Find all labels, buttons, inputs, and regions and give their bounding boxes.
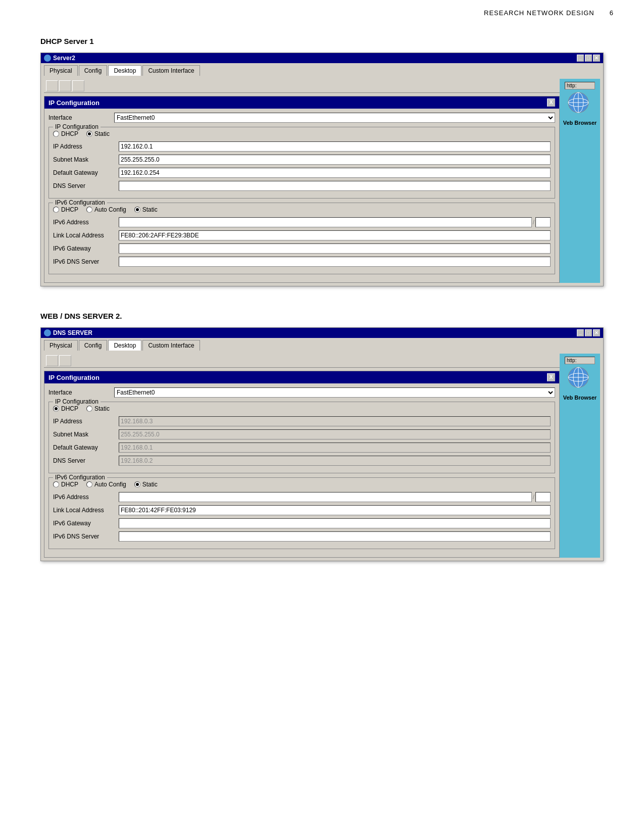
dns-dhcp-label: DHCP	[61, 405, 78, 412]
ip-dialog-close-button[interactable]: X	[547, 99, 555, 107]
dns-static-radio-circle[interactable]	[86, 406, 92, 412]
dns-titlebar-left: DNS SERVER	[44, 329, 92, 336]
dns-link-local-label: Link Local Address	[53, 507, 119, 514]
toolbar-strip	[44, 79, 560, 93]
dns-ipv6-auto-radio[interactable]: Auto Config	[86, 481, 126, 488]
static-radio-circle[interactable]	[86, 131, 92, 137]
ipv6-static-label: Static	[142, 206, 158, 213]
dns-maximize-button[interactable]: □	[585, 329, 592, 336]
ip-dialog-body: Interface FastEthernet0 IP Configuration	[44, 109, 559, 282]
dns-ipv6-static-radio[interactable]: Static	[134, 481, 158, 488]
ipv6-static-radio[interactable]: Static	[134, 206, 158, 213]
dns-tab-physical[interactable]: Physical	[44, 340, 78, 351]
dns-ip-dialog-body: Interface FastEthernet0 IP Configuration	[44, 383, 559, 557]
dns-server-body: IP Configuration X Interface FastEtherne…	[41, 351, 603, 561]
dns-ipv6-auto-radio-circle[interactable]	[86, 481, 92, 487]
dns-static-radio[interactable]: Static	[86, 405, 110, 412]
section2-title: WEB / DNS SERVER 2.	[40, 312, 604, 320]
dns-server-input[interactable]	[119, 181, 551, 191]
ipv6-static-radio-circle[interactable]	[134, 207, 140, 213]
interface-select[interactable]: FastEthernet0	[114, 113, 555, 123]
dns-titlebar-controls[interactable]: _ □ ✕	[577, 329, 600, 336]
dns-ipv6-dhcp-radio-circle[interactable]	[53, 481, 59, 487]
dhcp-radio-circle[interactable]	[53, 131, 59, 137]
close-button[interactable]: ✕	[593, 55, 600, 62]
dns-browser-label[interactable]: Veb Browser	[563, 395, 597, 401]
interface-row: Interface FastEthernet0	[48, 113, 555, 123]
dns-static-label: Static	[94, 405, 110, 412]
maximize-button[interactable]: □	[585, 55, 592, 62]
browser-label[interactable]: Veb Browser	[563, 120, 597, 126]
dns-right-panel: http: Veb Browser	[560, 354, 600, 558]
tab-desktop[interactable]: Desktop	[108, 65, 141, 76]
dns-dhcp-radio[interactable]: DHCP	[53, 405, 78, 412]
dns-ipv6-dhcp-radio[interactable]: DHCP	[53, 481, 78, 488]
dns-ipv6-address-input[interactable]	[119, 492, 532, 502]
ipv6-address-input[interactable]	[119, 217, 532, 227]
dns-close-button[interactable]: ✕	[593, 329, 600, 336]
dns-ipv6-gateway-row: IPv6 Gateway	[53, 518, 551, 528]
ipv6-prefix-input[interactable]	[535, 217, 551, 227]
ip-dialog-header: IP Configuration X	[44, 96, 559, 109]
ipv6-dhcp-radio[interactable]: DHCP	[53, 206, 78, 213]
static-label: Static	[94, 130, 110, 137]
ipv6-dns-input[interactable]	[119, 257, 551, 267]
dns-ipv6-gateway-input[interactable]	[119, 518, 551, 528]
dns-server-icon	[44, 329, 51, 336]
dns-toolbar-btn-1[interactable]	[46, 355, 58, 366]
tab-custom-interface[interactable]: Custom Interface	[142, 65, 200, 76]
dns-default-gateway-row: Default Gateway	[53, 443, 551, 453]
link-local-input[interactable]	[119, 230, 551, 240]
ip-configuration-dialog: IP Configuration X Interface FastEtherne…	[44, 96, 560, 283]
ipv6-auto-radio-circle[interactable]	[86, 207, 92, 213]
ip-config-area: IP Configuration X Interface FastEtherne…	[44, 79, 560, 283]
titlebar-left: Server2	[44, 55, 75, 62]
dns-tab-desktop[interactable]: Desktop	[108, 340, 141, 351]
tab-physical[interactable]: Physical	[44, 65, 78, 76]
dns-ipv6-dns-input[interactable]	[119, 531, 551, 542]
ipv6-dhcp-label: DHCP	[61, 206, 78, 213]
ipv6-gateway-row: IPv6 Gateway	[53, 243, 551, 254]
dhcp-radio[interactable]: DHCP	[53, 130, 78, 137]
ipv6-auto-radio[interactable]: Auto Config	[86, 206, 126, 213]
dns-ip-configuration-dialog: IP Configuration X Interface FastEtherne…	[44, 371, 560, 558]
dns-ipv6-radio-row: DHCP Auto Config Static	[53, 481, 551, 488]
dns-ip-dialog-close-button[interactable]: X	[547, 373, 555, 381]
toolbar-btn-2[interactable]	[59, 80, 71, 91]
dns-tab-config[interactable]: Config	[79, 340, 108, 351]
ip-config-group-label: IP Configuration	[53, 123, 101, 130]
dns-ip-address-input[interactable]	[119, 416, 551, 426]
ip-address-input[interactable]	[119, 141, 551, 152]
ip-address-row: IP Address	[53, 141, 551, 152]
dns-ip-dialog-title: IP Configuration	[48, 374, 100, 381]
dns-dns-server-input[interactable]	[119, 456, 551, 466]
ipv6-radio-row: DHCP Auto Config Static	[53, 206, 551, 213]
dns-toolbar-btn-2[interactable]	[59, 355, 71, 366]
dns-ipv6-config-group: IPv6 Configuration DHCP Auto Config	[48, 477, 555, 549]
server2-tabbar: Physical Config Desktop Custom Interface	[41, 63, 603, 76]
dns-window-title: DNS SERVER	[53, 329, 92, 336]
ipv6-dhcp-radio-circle[interactable]	[53, 207, 59, 213]
dns-minimize-button[interactable]: _	[577, 329, 584, 336]
minimize-button[interactable]: _	[577, 55, 584, 62]
default-gateway-input[interactable]	[119, 168, 551, 178]
dns-default-gateway-input[interactable]	[119, 443, 551, 453]
dns-link-local-input[interactable]	[119, 505, 551, 515]
subnet-mask-label: Subnet Mask	[53, 156, 119, 163]
dns-ipv6-static-radio-circle[interactable]	[134, 481, 140, 487]
dns-ipv6-gateway-label: IPv6 Gateway	[53, 520, 119, 527]
ipv6-gateway-input[interactable]	[119, 243, 551, 254]
titlebar-controls[interactable]: _ □ ✕	[577, 55, 600, 62]
dns-server-row: DNS Server	[53, 181, 551, 191]
static-radio[interactable]: Static	[86, 130, 110, 137]
dns-ipv6-prefix-input[interactable]	[535, 492, 551, 502]
toolbar-btn-1[interactable]	[46, 80, 58, 91]
dns-dhcp-radio-circle[interactable]	[53, 406, 59, 412]
toolbar-btn-3[interactable]	[72, 80, 84, 91]
dns-dns-server-row: DNS Server	[53, 456, 551, 466]
dns-tab-custom-interface[interactable]: Custom Interface	[142, 340, 200, 351]
dns-interface-select[interactable]: FastEthernet0	[114, 387, 555, 398]
tab-config[interactable]: Config	[79, 65, 108, 76]
dns-subnet-mask-input[interactable]	[119, 429, 551, 439]
subnet-mask-input[interactable]	[119, 155, 551, 165]
